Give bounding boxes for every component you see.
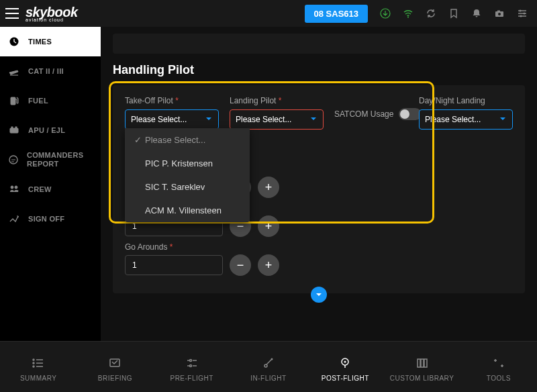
camera-icon[interactable] [494,8,505,19]
collapse-toggle[interactable] [311,287,327,303]
fuel-icon [8,95,20,107]
goarounds-label: Go Arounds * [125,242,513,252]
svg-point-23 [271,358,273,360]
sidebar-label: FUEL [28,97,48,105]
svg-rect-11 [11,127,13,128]
flight-button[interactable]: 08 SAS613 [305,5,369,23]
sidebar-label: SIGN OFF [28,215,64,223]
sidebar-label: COMMANDERS REPORT [27,151,93,168]
takeoff-pilot-dropdown: ✓Please Select... PIC P. Kristensen SIC … [125,128,250,222]
svg-rect-9 [11,97,15,105]
svg-point-5 [520,10,522,12]
sidebar-label: TIMES [28,38,52,46]
goarounds-minus-button[interactable]: − [230,254,251,276]
briefing-icon [107,356,122,371]
preflight-icon [185,356,199,371]
svg-rect-10 [10,128,18,133]
sidebar-item-times[interactable]: TIMES [0,27,101,56]
chevron-down-icon [205,115,213,125]
svg-point-6 [524,13,526,15]
daynight-select[interactable]: Please Select... [419,109,513,130]
dropdown-option-pic[interactable]: PIC P. Kristensen [125,152,250,175]
sidebar-label: CREW [28,185,52,193]
landing-pilot-select[interactable]: Please Select... [230,109,324,130]
list-icon [31,356,46,371]
svg-point-1 [407,17,409,18]
sidebar-item-signoff[interactable]: SIGN OFF [0,204,101,234]
landings-plus-button[interactable]: + [258,177,279,198]
sliders-icon[interactable] [517,8,528,19]
svg-rect-28 [424,359,427,367]
sidebar-label: CAT II / III [28,67,64,75]
signoff-icon [8,213,20,225]
inflight-icon [261,356,276,371]
sidebar-label: APU / EJL [28,126,65,134]
bottom-tab-summary[interactable]: SUMMARY [0,342,77,392]
landing-pilot-value: Please Select... [236,115,291,124]
svg-point-16 [33,359,34,360]
touchgo-plus-button[interactable]: + [258,215,279,237]
dropdown-option-acm[interactable]: ACM M. Villensteen [125,199,250,222]
takeoff-pilot-select[interactable]: Please Select... [125,109,219,130]
svg-point-7 [520,15,522,17]
satcom-label: SATCOM Usage [334,109,393,119]
svg-rect-27 [421,359,424,367]
chevron-down-icon [499,115,507,125]
svg-point-21 [189,365,191,367]
refresh-icon[interactable] [426,8,436,19]
svg-point-18 [33,366,34,367]
bottom-tab-customlibrary[interactable]: CUSTOM LIBRARY [383,342,460,392]
bottom-tab-briefing[interactable]: BRIEFING [77,342,153,392]
takeoff-pilot-label: Take-Off Pilot * [125,96,219,105]
sidebar-item-apu[interactable]: APU / EJL [0,115,101,145]
handling-pilot-panel: Take-Off Pilot * Please Select... ✓Pleas… [113,85,525,293]
download-icon[interactable] [380,8,391,19]
goarounds-input[interactable]: 1 [125,255,223,275]
svg-point-22 [264,364,267,367]
bottom-tab-inflight[interactable]: IN-FLIGHT [230,342,307,392]
library-icon [415,356,430,371]
bottom-tab-tools[interactable]: TOOLS [460,342,537,392]
svg-rect-4 [497,11,500,12]
daynight-label: Day/Night Landing [419,96,513,105]
bookmark-icon[interactable] [448,8,459,19]
clock-icon [8,36,20,48]
svg-point-17 [33,362,34,364]
svg-rect-12 [15,127,17,128]
bottom-tab-postflight[interactable]: POST-FLIGHT [307,342,383,392]
battery-icon [8,124,20,136]
previous-section-stripe [113,34,525,54]
bottom-tab-preflight[interactable]: PRE-FLIGHT [154,342,230,392]
wifi-icon[interactable] [403,8,413,19]
sidebar-item-commanders[interactable]: COMMANDERS REPORT [0,145,101,175]
dropdown-option-sic[interactable]: SIC T. Sareklev [125,175,250,199]
svg-rect-26 [418,359,420,367]
landing-icon [8,65,20,77]
sidebar-item-crew[interactable]: CREW [0,175,101,204]
postflight-icon [338,356,352,371]
daynight-value: Please Select... [425,115,481,124]
dropdown-option-placeholder[interactable]: ✓Please Select... [125,128,250,152]
report-icon [8,154,19,166]
brand-logo: skybook aviation cloud [26,5,78,22]
svg-point-25 [344,361,346,363]
tools-icon [491,356,506,371]
section-title: Handling Pilot [113,63,525,77]
landing-pilot-label: Landing Pilot * [230,96,324,105]
svg-point-20 [189,360,191,362]
svg-point-3 [498,13,501,15]
svg-point-15 [15,186,17,189]
sidebar-item-cat[interactable]: CAT II / III [0,56,101,86]
sidebar-item-fuel[interactable]: FUEL [0,86,101,115]
svg-point-14 [11,186,13,189]
takeoff-pilot-value: Please Select... [131,115,187,124]
hamburger-icon[interactable] [5,8,19,19]
goarounds-plus-button[interactable]: + [258,254,279,276]
crew-icon [8,183,20,195]
chevron-down-icon [309,115,318,125]
bell-icon[interactable] [471,8,482,19]
